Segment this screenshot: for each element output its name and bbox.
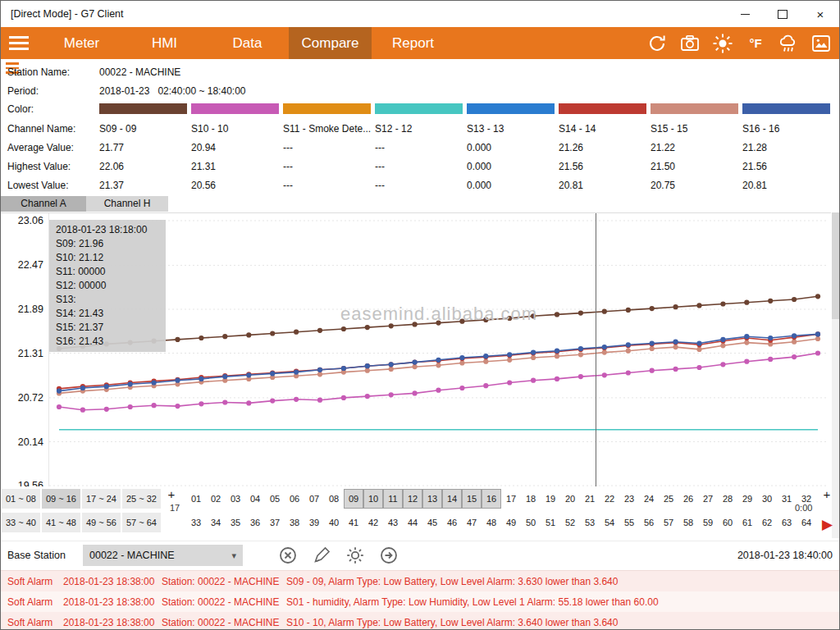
channel-number-44[interactable]: 44	[403, 513, 422, 532]
channel-number-29[interactable]: 29	[737, 489, 757, 509]
channel-number-54[interactable]: 54	[600, 513, 619, 532]
group-button[interactable]: 25 ~ 32	[122, 489, 161, 509]
alarm-row[interactable]: Soft Alarm2018-01-23 18:38:00Station: 00…	[1, 571, 839, 591]
channel-number-22[interactable]: 22	[600, 489, 619, 509]
group-button[interactable]: 09 ~ 16	[42, 489, 80, 509]
channel-number-49[interactable]: 49	[501, 513, 521, 532]
scroll-right-button[interactable]: ▶	[822, 516, 833, 533]
channel-number-06[interactable]: 06	[285, 489, 304, 509]
scrollbar-thumb[interactable]	[832, 212, 839, 319]
channel-number-19[interactable]: 19	[541, 489, 560, 509]
channel-number-48[interactable]: 48	[482, 513, 501, 532]
channel-number-09[interactable]: 09	[344, 489, 363, 509]
snapshot-icon[interactable]	[810, 32, 833, 55]
channel-number-40[interactable]: 40	[324, 513, 344, 532]
channel-number-11[interactable]: 11	[383, 489, 403, 509]
group-button[interactable]: 33 ~ 40	[2, 513, 40, 532]
channel-number-61[interactable]: 61	[737, 513, 757, 532]
channel-number-26[interactable]: 26	[678, 489, 698, 509]
channel-number-37[interactable]: 37	[265, 513, 285, 532]
group-button[interactable]: 17 ~ 24	[82, 489, 121, 509]
channel-number-36[interactable]: 36	[245, 513, 265, 532]
expand-left-button[interactable]: +	[162, 487, 181, 501]
expand-right-button[interactable]: +	[817, 487, 837, 501]
channel-number-07[interactable]: 07	[304, 489, 324, 509]
channel-number-03[interactable]: 03	[226, 489, 245, 509]
channel-number-23[interactable]: 23	[619, 489, 639, 509]
channel-number-27[interactable]: 27	[698, 489, 718, 509]
maximize-button[interactable]	[764, 1, 801, 27]
close-button[interactable]: ×	[801, 1, 839, 27]
channel-number-14[interactable]: 14	[442, 489, 462, 509]
channel-number-59[interactable]: 59	[698, 513, 718, 532]
channel-number-20[interactable]: 20	[560, 489, 580, 509]
group-button[interactable]: 49 ~ 56	[82, 513, 121, 532]
channel-number-18[interactable]: 18	[521, 489, 541, 509]
channel-number-12[interactable]: 12	[403, 489, 422, 509]
nav-tab-compare[interactable]: Compare	[289, 27, 372, 59]
channel-number-16[interactable]: 16	[482, 489, 501, 509]
channel-number-17[interactable]: 17	[501, 489, 521, 509]
brightness-icon[interactable]	[711, 32, 734, 55]
channel-number-04[interactable]: 04	[245, 489, 265, 509]
nav-tab-hmi[interactable]: HMI	[123, 27, 206, 59]
channel-number-31[interactable]: 31	[777, 489, 797, 509]
fahrenheit-icon[interactable]: °F	[744, 32, 767, 55]
channel-number-08[interactable]: 08	[324, 489, 344, 509]
channel-number-30[interactable]: 30	[757, 489, 777, 509]
channel-number-24[interactable]: 24	[639, 489, 659, 509]
channel-number-39[interactable]: 39	[304, 513, 324, 532]
channel-number-34[interactable]: 34	[206, 513, 226, 532]
channel-number-57[interactable]: 57	[659, 513, 678, 532]
refresh-icon[interactable]	[646, 32, 669, 55]
channel-number-47[interactable]: 47	[462, 513, 482, 532]
gear-icon[interactable]	[345, 546, 365, 565]
channel-number-13[interactable]: 13	[422, 489, 442, 509]
channel-number-60[interactable]: 60	[718, 513, 737, 532]
channel-number-55[interactable]: 55	[619, 513, 639, 532]
edit-icon[interactable]	[312, 546, 331, 565]
channel-number-35[interactable]: 35	[226, 513, 245, 532]
nav-tab-report[interactable]: Report	[372, 27, 454, 59]
channel-number-58[interactable]: 58	[678, 513, 698, 532]
channel-number-53[interactable]: 53	[580, 513, 600, 532]
channel-number-28[interactable]: 28	[718, 489, 737, 509]
go-icon[interactable]	[379, 546, 399, 565]
group-button[interactable]: 01 ~ 08	[2, 489, 40, 509]
nav-tab-meter[interactable]: Meter	[40, 27, 123, 59]
chart-canvas[interactable]	[49, 213, 829, 487]
group-button[interactable]: 57 ~ 64	[122, 513, 161, 532]
channel-number-52[interactable]: 52	[560, 513, 580, 532]
channel-number-41[interactable]: 41	[344, 513, 363, 532]
channel-number-43[interactable]: 43	[383, 513, 403, 532]
channel-number-46[interactable]: 46	[442, 513, 462, 532]
channel-number-45[interactable]: 45	[422, 513, 442, 532]
camera-icon[interactable]	[678, 32, 701, 55]
rain-icon[interactable]	[777, 32, 800, 55]
tab-channel-a[interactable]: Channel A	[1, 196, 86, 212]
channel-number-62[interactable]: 62	[757, 513, 777, 532]
channel-number-25[interactable]: 25	[659, 489, 678, 509]
group-button[interactable]: 41 ~ 48	[42, 513, 80, 532]
nav-tab-data[interactable]: Data	[206, 27, 289, 59]
channel-number-10[interactable]: 10	[363, 489, 383, 509]
menu-icon[interactable]	[9, 27, 34, 59]
channel-number-63[interactable]: 63	[777, 513, 797, 532]
base-station-select[interactable]: 00022 - MACHINE ▾	[83, 545, 243, 566]
channel-number-50[interactable]: 50	[521, 513, 541, 532]
channel-number-15[interactable]: 15	[462, 489, 482, 509]
tab-channel-h[interactable]: Channel H	[86, 196, 168, 212]
cancel-icon[interactable]	[278, 546, 298, 565]
channel-number-01[interactable]: 01	[186, 489, 206, 509]
channel-number-33[interactable]: 33	[186, 513, 206, 532]
chart-plot[interactable]: easemind.alibaba.com 2018-01-23 18:18:00…	[48, 213, 829, 487]
channel-number-21[interactable]: 21	[580, 489, 600, 509]
alarm-row[interactable]: Soft Alarm2018-01-23 18:38:00Station: 00…	[1, 612, 839, 630]
minimize-button[interactable]	[726, 1, 764, 27]
channel-number-05[interactable]: 05	[265, 489, 285, 509]
channel-number-42[interactable]: 42	[363, 513, 383, 532]
channel-number-02[interactable]: 02	[206, 489, 226, 509]
channel-number-56[interactable]: 56	[639, 513, 659, 532]
channel-number-64[interactable]: 64	[797, 513, 816, 532]
alarm-row[interactable]: Soft Alarm2018-01-23 18:38:00Station: 00…	[1, 591, 839, 612]
